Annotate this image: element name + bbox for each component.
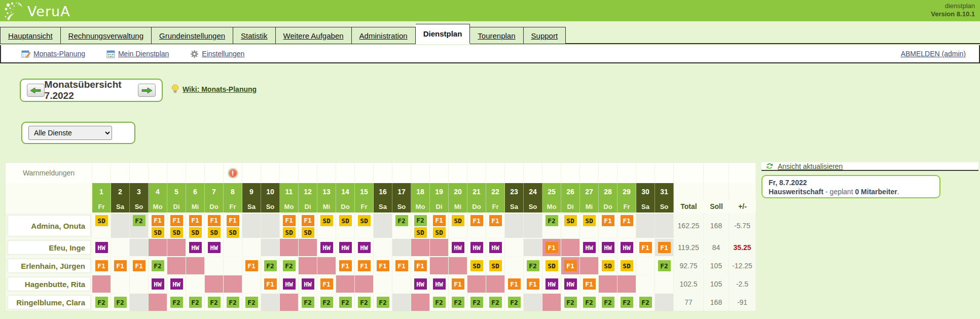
tab-statistik[interactable]: Statistik (233, 27, 276, 44)
roster-cell-day-28[interactable]: F1 (599, 214, 618, 238)
shift-badge-f2[interactable]: F2 (264, 260, 277, 271)
shift-badge-sd[interactable]: SD (489, 260, 502, 271)
roster-cell-day-6[interactable] (186, 257, 205, 274)
weekday-header-10[interactable]: So (261, 200, 280, 212)
shift-badge-f1[interactable]: F1 (302, 215, 314, 226)
shift-badge-hw[interactable]: HW (189, 242, 202, 253)
shift-badge-f2[interactable]: F2 (395, 215, 408, 226)
weekday-header-4[interactable]: Mo (149, 200, 167, 212)
day-header-29[interactable]: 29 (618, 183, 636, 200)
roster-cell-day-26[interactable]: F2 (561, 294, 580, 311)
roster-cell-day-11[interactable] (280, 239, 299, 256)
roster-cell-day-29[interactable]: F1 (618, 214, 636, 238)
roster-cell-day-30[interactable]: F2 (636, 294, 655, 311)
shift-badge-f2[interactable]: F2 (639, 297, 652, 308)
roster-cell-day-4[interactable]: HW (149, 275, 167, 293)
roster-cell-day-27[interactable]: F2 (580, 294, 599, 311)
shift-badge-f1[interactable]: F1 (527, 278, 539, 290)
day-header-17[interactable]: 17 (392, 183, 411, 200)
roster-cell-day-7[interactable] (205, 275, 224, 293)
weekday-header-15[interactable]: Fr (355, 200, 374, 212)
shift-badge-f1[interactable]: F1 (395, 260, 408, 271)
roster-cell-day-30[interactable]: F1 (636, 239, 655, 256)
roster-cell-day-12[interactable]: F2 (299, 294, 317, 311)
roster-cell-day-14[interactable]: SD (336, 214, 355, 238)
employee-name[interactable]: Erlenhain, Jürgen (8, 259, 91, 273)
roster-cell-day-23[interactable] (505, 214, 524, 238)
shift-badge-f2[interactable]: F2 (283, 260, 296, 271)
shift-badge-hw[interactable]: HW (564, 278, 577, 290)
tab-administration[interactable]: Administration (352, 27, 416, 44)
roster-cell-day-17[interactable] (392, 294, 411, 311)
shift-badge-hw[interactable]: HW (320, 242, 333, 253)
shift-badge-f1[interactable]: F1 (320, 278, 333, 290)
roster-cell-day-22[interactable] (486, 275, 505, 293)
roster-cell-day-5[interactable] (167, 257, 186, 274)
roster-cell-day-8[interactable]: F2 (224, 294, 242, 311)
roster-cell-day-18[interactable]: F2SD (411, 214, 430, 238)
toolbar-item-mein-dienstplan[interactable]: Mein Dienstplan (106, 50, 169, 58)
employee-name[interactable]: Hagenbutte, Rita (8, 277, 91, 291)
shift-badge-sd[interactable]: SD (227, 227, 239, 238)
roster-cell-day-22[interactable]: F1 (486, 214, 505, 238)
day-header-7[interactable]: 7 (205, 183, 224, 200)
tab-tourenplan[interactable]: Tourenplan (470, 27, 523, 44)
roster-cell-day-9[interactable] (242, 275, 261, 293)
shift-badge-hw[interactable]: HW (602, 242, 614, 253)
shift-badge-hw[interactable]: HW (302, 278, 314, 290)
roster-cell-day-3[interactable] (130, 294, 149, 311)
roster-cell-day-14[interactable]: F1 (336, 257, 355, 274)
roster-cell-day-18[interactable]: F1 (411, 257, 430, 274)
roster-cell-day-23[interactable]: F2 (505, 294, 524, 311)
day-header-14[interactable]: 14 (336, 183, 355, 200)
shift-badge-f1[interactable]: F1 (433, 215, 446, 226)
wiki-link[interactable]: Wiki: Monats-Planung (183, 85, 257, 93)
shift-badge-sd[interactable]: SD (358, 215, 371, 226)
shift-badge-hw[interactable]: HW (452, 242, 464, 253)
shift-badge-f1[interactable]: F1 (245, 260, 258, 271)
shift-badge-sd[interactable]: SD (302, 227, 314, 238)
roster-cell-day-23[interactable] (505, 257, 524, 274)
shift-badge-sd[interactable]: SD (283, 227, 296, 238)
roster-cell-day-22[interactable]: HW (486, 239, 505, 256)
day-header-3[interactable]: 3 (130, 183, 149, 200)
roster-cell-day-5[interactable] (167, 239, 186, 256)
roster-cell-day-8[interactable]: F1SD (224, 214, 242, 238)
shift-badge-hw[interactable]: HW (208, 242, 221, 253)
roster-cell-day-12[interactable]: HW (299, 275, 317, 293)
roster-cell-day-17[interactable] (392, 239, 411, 256)
roster-cell-day-4[interactable]: F2 (149, 257, 167, 274)
roster-cell-day-24[interactable] (524, 294, 542, 311)
roster-cell-day-12[interactable] (299, 257, 317, 274)
shift-badge-sd[interactable]: SD (414, 227, 427, 238)
shift-badge-sd[interactable]: SD (95, 215, 108, 226)
roster-cell-day-15[interactable]: SD (355, 214, 374, 238)
employee-name[interactable]: Ringelblume, Clara (8, 295, 91, 309)
shift-badge-hw[interactable]: HW (95, 242, 108, 253)
roster-cell-day-3[interactable] (130, 275, 149, 293)
roster-cell-day-2[interactable] (111, 214, 130, 238)
roster-cell-day-11[interactable] (280, 294, 299, 311)
roster-cell-day-14[interactable] (336, 275, 355, 293)
weekday-header-24[interactable]: So (524, 200, 542, 212)
roster-cell-day-3[interactable]: F1 (130, 257, 149, 274)
day-header-11[interactable]: 11 (280, 183, 299, 200)
roster-cell-day-6[interactable]: HW (186, 239, 205, 256)
toolbar-label-monats-planung[interactable]: Monats-Planung (33, 50, 85, 58)
shift-badge-hw[interactable]: HW (470, 242, 483, 253)
shift-badge-f2[interactable]: F2 (227, 297, 239, 308)
shift-badge-f1[interactable]: F1 (470, 215, 483, 226)
tab-rechnungsverwaltung[interactable]: Rechnungsverwaltung (61, 27, 152, 44)
roster-cell-day-18[interactable] (411, 294, 430, 311)
roster-cell-day-27[interactable]: SD (580, 214, 599, 238)
roster-cell-day-13[interactable]: HW (317, 239, 336, 256)
shift-badge-sd[interactable]: SD (208, 227, 221, 238)
day-header-26[interactable]: 26 (561, 183, 580, 200)
shift-badge-f2[interactable]: F2 (583, 297, 596, 308)
refresh-view-link[interactable]: Ansicht aktualisieren (778, 162, 843, 170)
roster-cell-day-5[interactable]: F1SD (167, 214, 186, 238)
shift-badge-f2[interactable]: F2 (320, 297, 333, 308)
warning-icon[interactable]: ! (228, 168, 238, 179)
employee-name[interactable]: Efeu, Inge (8, 240, 91, 255)
day-header-6[interactable]: 6 (186, 183, 205, 200)
